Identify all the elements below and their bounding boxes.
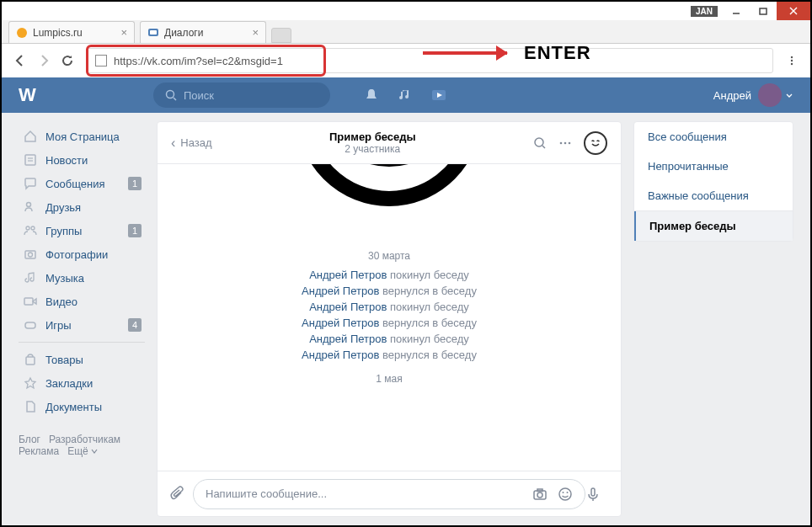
jan-badge: JAN xyxy=(691,6,718,17)
sidebar-label: Фотографии xyxy=(45,248,108,261)
svg-point-29 xyxy=(569,141,571,144)
svg-point-34 xyxy=(563,492,564,493)
sidebar-item-games[interactable]: Игры4 xyxy=(19,313,145,337)
sidebar-item-my-page[interactable]: Моя Страница xyxy=(19,125,145,148)
search-input[interactable]: Поиск xyxy=(153,83,330,108)
footer-more-link[interactable]: Ещё xyxy=(67,445,98,457)
sidebar-item-documents[interactable]: Документы xyxy=(19,395,145,418)
notifications-icon[interactable] xyxy=(364,88,379,103)
vk-header: W Поиск Андрей xyxy=(2,77,810,113)
forward-button[interactable] xyxy=(32,49,56,72)
music-icon[interactable] xyxy=(398,88,413,103)
tab-title: Lumpics.ru xyxy=(33,27,83,39)
back-button[interactable] xyxy=(8,49,32,72)
new-tab-button[interactable] xyxy=(271,28,291,43)
system-message: Андрей Петров вернулся в беседу xyxy=(174,349,604,361)
svg-rect-36 xyxy=(591,488,595,496)
sidebar-item-market[interactable]: Товары xyxy=(19,348,145,371)
browser-tab-2[interactable]: Диалоги × xyxy=(140,21,266,43)
market-icon xyxy=(22,351,39,368)
sidebar-item-music[interactable]: Музыка xyxy=(19,266,145,290)
sidebar-item-groups[interactable]: Группы1 xyxy=(19,219,145,242)
camera-icon xyxy=(22,246,39,263)
sidebar-item-bookmarks[interactable]: Закладки xyxy=(19,371,145,395)
chat-search-icon[interactable] xyxy=(533,136,547,150)
user-avatar xyxy=(758,83,782,107)
chevron-left-icon: ‹ xyxy=(171,136,175,151)
search-placeholder: Поиск xyxy=(184,89,214,102)
emoji-icon[interactable] xyxy=(558,487,573,502)
back-link[interactable]: ‹ Назад xyxy=(171,136,212,151)
chat-avatar[interactable] xyxy=(584,131,607,155)
footer-ads-link[interactable]: Реклама xyxy=(19,445,59,457)
document-icon xyxy=(22,398,39,415)
sidebar-label: Видео xyxy=(45,295,77,308)
sidebar-label: Музыка xyxy=(45,272,84,285)
filter-important[interactable]: Важные сообщения xyxy=(634,181,793,210)
minimize-button[interactable] xyxy=(723,2,750,20)
sidebar-label: Моя Страница xyxy=(45,130,120,143)
svg-point-8 xyxy=(791,60,793,61)
video-play-icon[interactable] xyxy=(431,88,446,103)
user-name: Андрей xyxy=(713,89,751,102)
system-message: Андрей Петров вернулся в беседу xyxy=(174,285,604,297)
annotation-text: ENTER xyxy=(524,42,591,64)
browser-toolbar: https://vk.com/im?sel=c2&msgid=1 ENTER xyxy=(2,44,810,77)
filter-unread[interactable]: Непрочитанные xyxy=(634,152,793,181)
footer-dev-link[interactable]: Разработчикам xyxy=(49,434,120,445)
sidebar-label: Группы xyxy=(45,225,82,237)
sidebar: Моя Страница Новости Сообщения1 Друзья Г… xyxy=(19,121,145,517)
site-info-icon[interactable] xyxy=(95,55,107,67)
filter-active-chat[interactable]: Пример беседы xyxy=(634,211,793,241)
video-icon xyxy=(22,293,39,310)
date-label: 1 мая xyxy=(174,373,604,385)
svg-rect-6 xyxy=(150,30,157,35)
chat-messages: 30 марта Андрей Петров покинул беседу Ан… xyxy=(158,232,621,398)
chat-big-avatar xyxy=(158,164,621,232)
star-icon xyxy=(22,375,39,391)
footer-blog-link[interactable]: Блог xyxy=(19,434,40,445)
system-message: Андрей Петров покинул беседу xyxy=(174,333,604,345)
sidebar-item-news[interactable]: Новости xyxy=(19,148,145,172)
user-menu[interactable]: Андрей xyxy=(713,83,793,107)
svg-point-19 xyxy=(31,226,35,230)
reload-button[interactable] xyxy=(56,49,79,72)
svg-point-9 xyxy=(791,63,793,65)
system-message: Андрей Петров вернулся в беседу xyxy=(174,317,604,329)
svg-rect-14 xyxy=(25,155,35,165)
sidebar-label: Документы xyxy=(45,401,102,413)
sidebar-item-friends[interactable]: Друзья xyxy=(19,195,145,219)
voice-button[interactable] xyxy=(585,487,609,502)
svg-point-35 xyxy=(567,492,569,493)
sidebar-label: Новости xyxy=(45,154,88,167)
maximize-button[interactable] xyxy=(750,2,777,20)
sidebar-label: Игры xyxy=(45,319,72,332)
attach-icon[interactable] xyxy=(169,486,193,503)
tab-close-icon[interactable]: × xyxy=(252,26,259,39)
svg-point-21 xyxy=(29,253,33,257)
photo-icon[interactable] xyxy=(532,487,548,502)
chat-more-icon[interactable] xyxy=(558,136,572,150)
sidebar-item-messages[interactable]: Сообщения1 xyxy=(19,172,145,195)
close-button[interactable] xyxy=(777,2,810,20)
feed-icon xyxy=(22,152,39,168)
filter-all[interactable]: Все сообщения xyxy=(634,122,793,152)
vk-logo[interactable]: W xyxy=(19,86,69,104)
browser-tab-1[interactable]: Lumpics.ru × xyxy=(8,21,135,43)
favicon-lumpics-icon xyxy=(16,27,28,39)
sidebar-label: Товары xyxy=(45,354,83,366)
sidebar-item-photos[interactable]: Фотографии xyxy=(19,242,145,266)
svg-text:W: W xyxy=(19,86,36,104)
sidebar-item-video[interactable]: Видео xyxy=(19,290,145,313)
message-placeholder: Напишите сообщение... xyxy=(206,487,327,500)
message-input[interactable]: Напишите сообщение... xyxy=(193,479,585,509)
svg-rect-23 xyxy=(25,322,35,328)
groups-icon xyxy=(22,222,39,239)
browser-menu-button[interactable] xyxy=(780,49,804,72)
sidebar-label: Сообщения xyxy=(45,178,105,190)
tab-close-icon[interactable]: × xyxy=(120,26,127,39)
svg-point-25 xyxy=(535,138,543,146)
chat-title: Пример беседы xyxy=(212,130,533,143)
svg-rect-1 xyxy=(760,8,767,14)
filter-panel: Все сообщения Непрочитанные Важные сообщ… xyxy=(633,121,793,242)
